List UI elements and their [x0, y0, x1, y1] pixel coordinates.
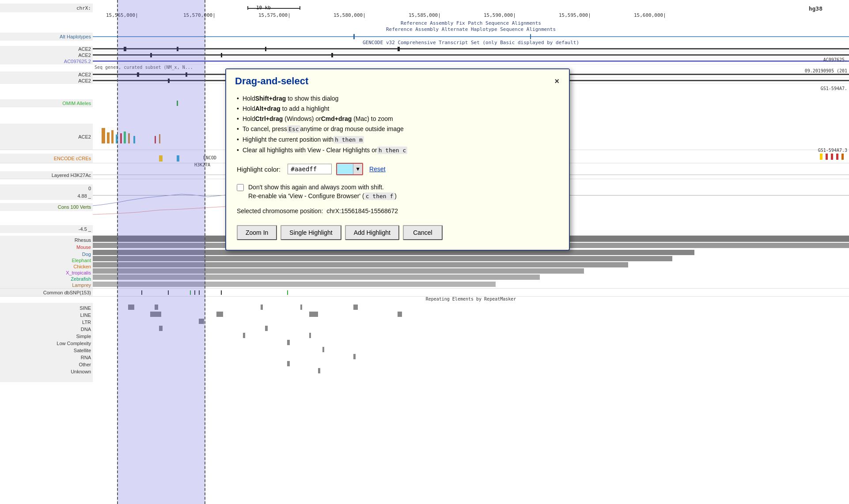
- instruction-5: Highlight the current position with h th…: [237, 136, 558, 143]
- drag-and-select-dialog: Drag-and-select × Hold Shift+drag to sho…: [225, 68, 570, 251]
- ctrl-drag-bold: Ctrl+drag: [255, 115, 283, 122]
- esc-code: Esc: [287, 125, 300, 133]
- c-f-code: c then f: [364, 192, 395, 200]
- reset-button[interactable]: Reset: [369, 165, 386, 173]
- checkbox-row: Don't show this again and always zoom wi…: [237, 183, 558, 200]
- instruction-2: Hold Alt+drag to add a highlight: [237, 105, 558, 112]
- highlight-color-label: Highlight color:: [237, 165, 280, 173]
- instructions-list: Hold Shift+drag to show this dialog Hold…: [237, 95, 558, 154]
- modal-overlay: Drag-and-select × Hold Shift+drag to sho…: [0, 0, 849, 504]
- position-value: chrX:15561845-15568672: [326, 207, 398, 214]
- zoom-in-button[interactable]: Zoom In: [237, 225, 277, 240]
- dialog-title: Drag-and-select: [235, 75, 308, 87]
- shift-drag-bold: Shift+drag: [255, 95, 286, 102]
- dialog-header: Drag-and-select ×: [226, 69, 569, 90]
- h-m-code: h then m: [334, 136, 364, 143]
- dont-show-checkbox[interactable]: [237, 184, 244, 191]
- instruction-4: To cancel, press Esc anytime or drag mou…: [237, 125, 558, 133]
- cmd-drag-bold: Cmd+drag: [321, 115, 352, 122]
- instruction-6: Clear all highlights with View - Clear H…: [237, 147, 558, 154]
- instruction-1: Hold Shift+drag to show this dialog: [237, 95, 558, 102]
- dialog-body: Hold Shift+drag to show this dialog Hold…: [226, 90, 569, 250]
- cancel-button[interactable]: Cancel: [403, 225, 443, 240]
- position-label: Selected chromosome position:: [237, 207, 323, 214]
- checkbox-label: Don't show this again and always zoom wi…: [248, 183, 397, 200]
- highlight-color-row: Highlight color: ▼ Reset: [237, 163, 558, 175]
- color-dropdown-button[interactable]: ▼: [353, 164, 362, 174]
- position-row: Selected chromosome position: chrX:15561…: [237, 207, 558, 214]
- dialog-footer: Zoom In Single Highlight Add Highlight C…: [237, 223, 558, 243]
- instruction-3: Hold Ctrl+drag (Windows) or Cmd+drag (Ma…: [237, 115, 558, 122]
- color-swatch-container[interactable]: ▼: [336, 163, 363, 175]
- color-value-input[interactable]: [288, 164, 332, 174]
- add-highlight-button[interactable]: Add Highlight: [345, 225, 399, 240]
- alt-drag-bold: Alt+drag: [255, 105, 280, 112]
- h-c-code: h then c: [377, 147, 408, 154]
- color-swatch: [337, 164, 353, 174]
- close-button[interactable]: ×: [552, 76, 562, 86]
- single-highlight-button[interactable]: Single Highlight: [280, 225, 341, 240]
